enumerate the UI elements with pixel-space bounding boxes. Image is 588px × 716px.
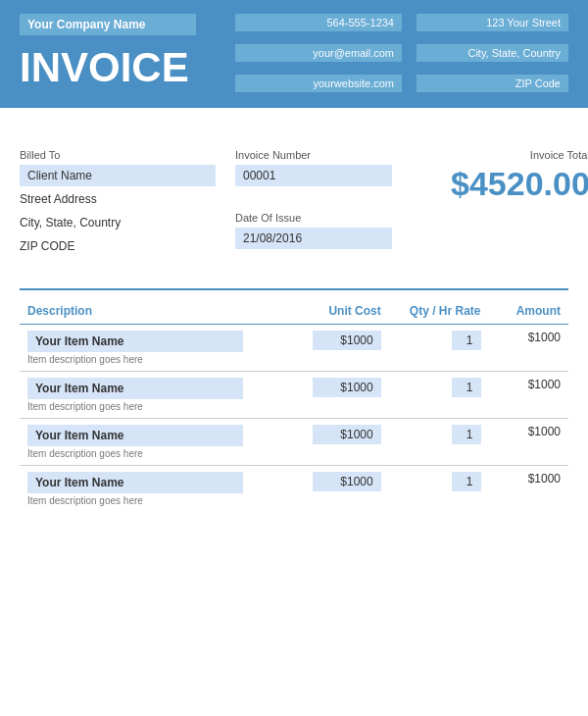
col-description: Description [20, 298, 289, 325]
unit-cost-value: $1000 [313, 378, 381, 397]
header-address-line3: ZIP Code [416, 75, 568, 92]
item-unit-cost-cell: $1000 [289, 372, 389, 418]
item-description-cell: Your Item Name Item description goes her… [20, 325, 289, 372]
unit-cost-value: $1000 [313, 331, 381, 350]
item-description-cell: Your Item Name Item description goes her… [20, 372, 289, 418]
invoice-table: Description Unit Cost Qty / Hr Rate Amou… [20, 298, 568, 512]
qty-value: 1 [452, 425, 481, 444]
item-unit-cost-cell: $1000 [289, 466, 389, 512]
item-name: Your Item Name [27, 331, 243, 352]
item-desc: Item description goes here [27, 495, 281, 506]
qty-value: 1 [452, 331, 481, 350]
amount-value: $1000 [528, 472, 561, 486]
billed-to-label: Billed To [20, 149, 216, 161]
table-header-row: Description Unit Cost Qty / Hr Rate Amou… [20, 298, 568, 325]
table-divider [20, 288, 568, 290]
billing-section: Billed To Client Name Street Address Cit… [20, 149, 568, 259]
item-qty-cell: 1 [389, 325, 489, 372]
item-amount-cell: $1000 [489, 419, 568, 465]
item-desc: Item description goes here [27, 354, 281, 365]
invoice-title: INVOICE [20, 47, 235, 88]
header-left: Your Company Name INVOICE [20, 14, 235, 94]
item-name: Your Item Name [27, 378, 243, 399]
amount-value: $1000 [528, 378, 561, 391]
col-qty: Qty / Hr Rate [389, 298, 489, 325]
item-desc: Item description goes here [27, 401, 281, 412]
table-row: Your Item Name Item description goes her… [20, 419, 568, 465]
item-qty-cell: 1 [389, 419, 489, 465]
col-amount: Amount [489, 298, 568, 325]
amount-value: $1000 [528, 425, 561, 438]
item-name: Your Item Name [27, 425, 243, 446]
amount-value: $1000 [528, 331, 561, 344]
table-row: Your Item Name Item description goes her… [20, 372, 568, 418]
col-unit-cost: Unit Cost [289, 298, 389, 325]
invoice-body: Billed To Client Name Street Address Cit… [0, 108, 588, 512]
zip-code-field: ZIP CODE [20, 235, 216, 257]
table-row: Your Item Name Item description goes her… [20, 466, 568, 512]
invoice-number-label: Invoice Number [235, 149, 431, 161]
invoice-total-block: Invoice Total $4520.00 [451, 149, 588, 259]
item-description-cell: Your Item Name Item description goes her… [20, 419, 289, 465]
item-amount-cell: $1000 [489, 325, 568, 372]
date-field: 21/08/2016 [235, 228, 392, 249]
header-center: 564-555-1234 your@email.com yourwebsite.… [235, 14, 412, 94]
table-row: Your Item Name Item description goes her… [20, 325, 568, 372]
invoice-total-label: Invoice Total [530, 149, 588, 161]
invoice-total-amount: $4520.00 [451, 165, 588, 203]
header-address-line2: City, State, Country [416, 44, 568, 62]
company-name: Your Company Name [20, 14, 196, 35]
item-desc: Item description goes here [27, 448, 281, 459]
qty-value: 1 [452, 378, 481, 397]
street-address-field: Street Address [20, 188, 216, 210]
item-unit-cost-cell: $1000 [289, 419, 389, 465]
invoice-number-field: 00001 [235, 165, 392, 186]
header-right: 123 Your Street City, State, Country ZIP… [412, 14, 568, 94]
client-name-field: Client Name [20, 165, 216, 186]
billed-to-block: Billed To Client Name Street Address Cit… [20, 149, 216, 259]
item-unit-cost-cell: $1000 [289, 325, 389, 372]
item-description-cell: Your Item Name Item description goes her… [20, 466, 289, 512]
item-qty-cell: 1 [389, 466, 489, 512]
qty-value: 1 [452, 472, 481, 491]
header-email: your@email.com [235, 44, 402, 62]
header-address-line1: 123 Your Street [416, 14, 568, 31]
unit-cost-value: $1000 [313, 425, 381, 444]
invoice-header: Your Company Name INVOICE 564-555-1234 y… [0, 0, 588, 108]
date-label: Date Of Issue [235, 212, 431, 224]
item-amount-cell: $1000 [489, 466, 568, 512]
item-qty-cell: 1 [389, 372, 489, 418]
unit-cost-value: $1000 [313, 472, 381, 491]
header-website: yourwebsite.com [235, 75, 402, 92]
header-phone: 564-555-1234 [235, 14, 402, 31]
city-state-field: City, State, Country [20, 212, 216, 233]
invoice-details-block: Invoice Number 00001 Date Of Issue 21/08… [235, 149, 431, 259]
item-name: Your Item Name [27, 472, 243, 493]
item-amount-cell: $1000 [489, 372, 568, 418]
